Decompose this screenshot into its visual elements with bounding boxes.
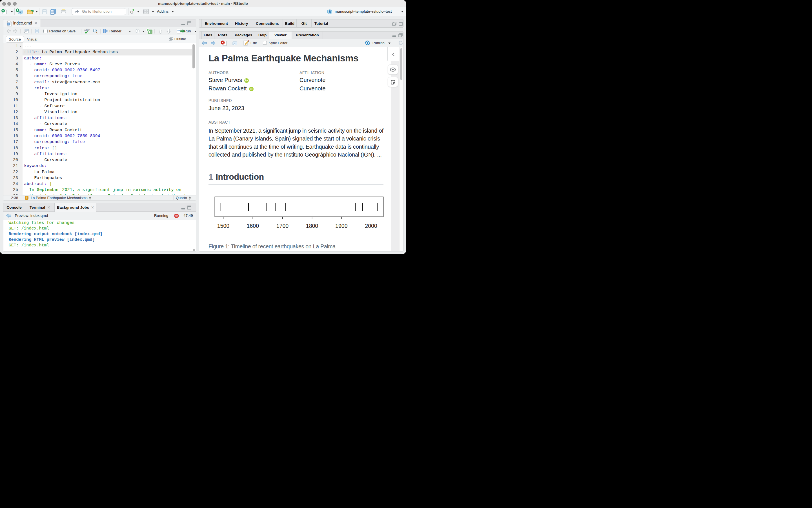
svg-text:1700: 1700 [276, 223, 289, 229]
svg-text:1600: 1600 [247, 223, 259, 229]
svg-text:STOP: STOP [175, 215, 178, 217]
svg-text:R: R [328, 9, 331, 13]
svg-text:2000: 2000 [365, 223, 377, 229]
svg-text:C: C [149, 30, 152, 34]
svg-text:R: R [19, 10, 21, 13]
svg-text:G: G [130, 9, 133, 14]
svg-text:ABC: ABC [84, 29, 90, 32]
svg-text:1900: 1900 [335, 223, 348, 229]
svg-text:1800: 1800 [306, 223, 318, 229]
svg-text:1500: 1500 [217, 223, 230, 229]
